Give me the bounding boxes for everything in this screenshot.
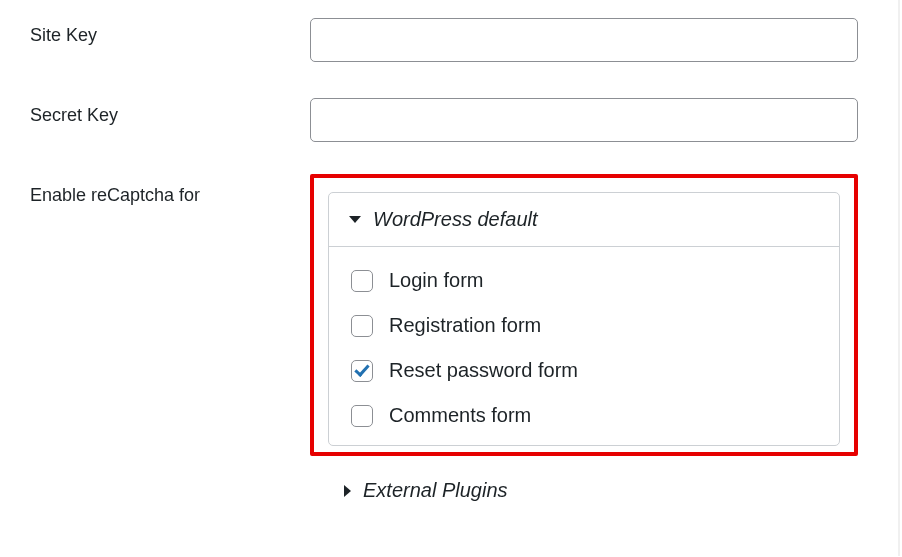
checkbox-registration-form[interactable] [351,315,373,337]
accordion-header-wp-default[interactable]: WordPress default [329,193,839,247]
secret-key-label: Secret Key [0,80,300,160]
accordion-wp-default: WordPress default Login form Registratio… [328,192,840,446]
checkbox-label-registration-form: Registration form [389,314,541,337]
checkbox-row-login-form: Login form [351,269,817,292]
checkbox-row-comments-form: Comments form [351,404,817,427]
chevron-down-icon [349,216,361,223]
accordion-title-external-plugins: External Plugins [363,479,508,502]
chevron-right-icon [344,485,351,497]
checkbox-login-form[interactable] [351,270,373,292]
checkbox-label-comments-form: Comments form [389,404,531,427]
checkbox-label-reset-password: Reset password form [389,359,578,382]
checkbox-row-reset-password: Reset password form [351,359,817,382]
checkbox-label-login-form: Login form [389,269,484,292]
highlight-box: WordPress default Login form Registratio… [310,174,858,456]
site-key-label: Site Key [0,0,300,80]
checkbox-comments-form[interactable] [351,405,373,427]
secret-key-input[interactable] [310,98,858,142]
enable-recaptcha-label: Enable reCaptcha for [0,160,300,530]
accordion-header-external-plugins[interactable]: External Plugins [310,464,858,512]
accordion-title-wp-default: WordPress default [373,208,538,231]
site-key-input[interactable] [310,18,858,62]
checkbox-row-registration-form: Registration form [351,314,817,337]
accordion-body-wp-default: Login form Registration form Reset passw… [329,247,839,445]
checkbox-reset-password-form[interactable] [351,360,373,382]
